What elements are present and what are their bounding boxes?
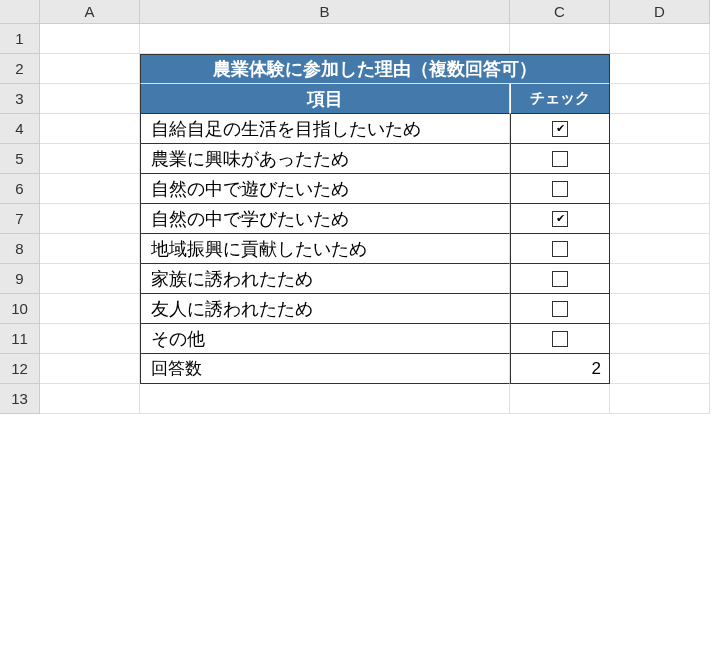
cell-c1[interactable]: [510, 24, 610, 54]
cell-a10[interactable]: [40, 294, 140, 324]
row-header-1[interactable]: 1: [0, 24, 40, 54]
cell-a3[interactable]: [40, 84, 140, 114]
checkbox-icon[interactable]: [552, 181, 568, 197]
row-header-12[interactable]: 12: [0, 354, 40, 384]
row-header-11[interactable]: 11: [0, 324, 40, 354]
row-header-6[interactable]: 6: [0, 174, 40, 204]
cell-a7[interactable]: [40, 204, 140, 234]
cell-a5[interactable]: [40, 144, 140, 174]
cell-d7[interactable]: [610, 204, 710, 234]
row-header-2[interactable]: 2: [0, 54, 40, 84]
item-label-3[interactable]: 自然の中で学びたいため: [140, 204, 510, 234]
row-header-7[interactable]: 7: [0, 204, 40, 234]
cell-d13[interactable]: [610, 384, 710, 414]
cell-d3[interactable]: [610, 84, 710, 114]
row-header-3[interactable]: 3: [0, 84, 40, 114]
checkbox-icon[interactable]: [552, 151, 568, 167]
item-check-4[interactable]: [510, 234, 610, 264]
item-label-4[interactable]: 地域振興に貢献したいため: [140, 234, 510, 264]
cell-d8[interactable]: [610, 234, 710, 264]
header-check[interactable]: チェック: [510, 84, 610, 114]
cell-a4[interactable]: [40, 114, 140, 144]
checkbox-icon[interactable]: [552, 301, 568, 317]
cell-d10[interactable]: [610, 294, 710, 324]
item-label-5[interactable]: 家族に誘われたため: [140, 264, 510, 294]
cell-a12[interactable]: [40, 354, 140, 384]
summary-label[interactable]: 回答数: [140, 354, 510, 384]
cell-d4[interactable]: [610, 114, 710, 144]
item-check-6[interactable]: [510, 294, 610, 324]
cell-a8[interactable]: [40, 234, 140, 264]
cell-d11[interactable]: [610, 324, 710, 354]
item-label-6[interactable]: 友人に誘われたため: [140, 294, 510, 324]
item-check-5[interactable]: [510, 264, 610, 294]
cell-a11[interactable]: [40, 324, 140, 354]
checkbox-icon[interactable]: [552, 121, 568, 137]
row-header-9[interactable]: 9: [0, 264, 40, 294]
cell-a13[interactable]: [40, 384, 140, 414]
checkbox-icon[interactable]: [552, 241, 568, 257]
item-label-1[interactable]: 農業に興味があったため: [140, 144, 510, 174]
item-label-7[interactable]: その他: [140, 324, 510, 354]
cell-a2[interactable]: [40, 54, 140, 84]
item-label-2[interactable]: 自然の中で遊びたいため: [140, 174, 510, 204]
cell-d12[interactable]: [610, 354, 710, 384]
cell-a6[interactable]: [40, 174, 140, 204]
row-header-4[interactable]: 4: [0, 114, 40, 144]
col-header-a[interactable]: A: [40, 0, 140, 24]
item-check-1[interactable]: [510, 144, 610, 174]
col-header-c[interactable]: C: [510, 0, 610, 24]
row-header-10[interactable]: 10: [0, 294, 40, 324]
corner-cell: [0, 0, 40, 24]
spreadsheet: A B C D 1 2 農業体験に参加した理由（複数回答可） 3 項目 チェック…: [0, 0, 716, 414]
row-header-8[interactable]: 8: [0, 234, 40, 264]
checkbox-icon[interactable]: [552, 211, 568, 227]
cell-b13[interactable]: [140, 384, 510, 414]
cell-a1[interactable]: [40, 24, 140, 54]
item-check-3[interactable]: [510, 204, 610, 234]
item-check-7[interactable]: [510, 324, 610, 354]
cell-d9[interactable]: [610, 264, 710, 294]
item-check-0[interactable]: [510, 114, 610, 144]
checkbox-icon[interactable]: [552, 271, 568, 287]
cell-d2[interactable]: [610, 54, 710, 84]
cell-d1[interactable]: [610, 24, 710, 54]
item-check-2[interactable]: [510, 174, 610, 204]
row-header-5[interactable]: 5: [0, 144, 40, 174]
col-header-b[interactable]: B: [140, 0, 510, 24]
item-label-0[interactable]: 自給自足の生活を目指したいため: [140, 114, 510, 144]
cell-b1[interactable]: [140, 24, 510, 54]
cell-c13[interactable]: [510, 384, 610, 414]
row-header-13[interactable]: 13: [0, 384, 40, 414]
cell-d6[interactable]: [610, 174, 710, 204]
col-header-d[interactable]: D: [610, 0, 710, 24]
cell-d5[interactable]: [610, 144, 710, 174]
checkbox-icon[interactable]: [552, 331, 568, 347]
header-item[interactable]: 項目: [140, 84, 510, 114]
cell-a9[interactable]: [40, 264, 140, 294]
survey-title[interactable]: 農業体験に参加した理由（複数回答可）: [140, 54, 610, 84]
summary-count[interactable]: 2: [510, 354, 610, 384]
